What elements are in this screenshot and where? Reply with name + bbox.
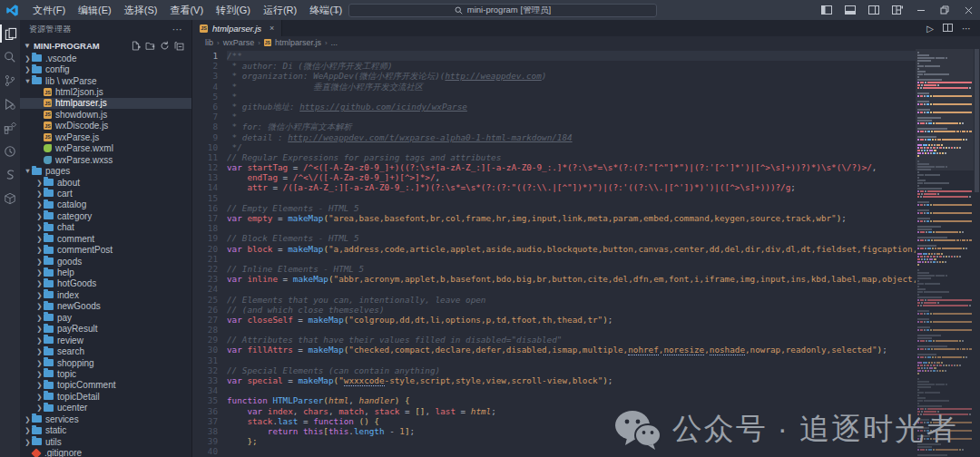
customize-layout-icon[interactable] — [886, 0, 909, 20]
line-number[interactable]: 36 — [192, 406, 218, 416]
code-line[interactable] — [227, 325, 916, 335]
line-number[interactable]: 30 — [192, 345, 218, 355]
code-line[interactable]: function HTMLParser(html, handler) { — [227, 395, 916, 405]
breadcrumb-item[interactable]: wxParse — [223, 38, 255, 47]
line-number[interactable]: 38 — [192, 426, 218, 436]
minimap[interactable] — [916, 49, 974, 457]
code-line[interactable]: */ — [227, 142, 916, 152]
code-line[interactable] — [227, 284, 916, 294]
line-number[interactable]: 34 — [192, 385, 218, 395]
tree-item-showdown.js[interactable]: JSshowdown.js — [20, 109, 191, 120]
package-icon[interactable] — [0, 187, 20, 210]
code-line[interactable]: * for: 微信小程序富文本解析 — [227, 122, 916, 131]
line-number[interactable]: 29 — [192, 335, 218, 345]
line-number[interactable]: 18 — [192, 223, 218, 233]
line-number[interactable]: 24 — [192, 284, 218, 294]
tree-item-config[interactable]: ❯config — [20, 63, 191, 74]
line-number[interactable]: 4 — [192, 82, 218, 92]
close-button[interactable] — [956, 0, 980, 20]
line-number[interactable]: 16 — [192, 203, 218, 213]
tree-item-catalog[interactable]: ❯catalog — [20, 199, 191, 210]
code-line[interactable]: * — [227, 112, 916, 122]
code-line[interactable]: * — [227, 92, 916, 102]
line-number[interactable]: 33 — [192, 375, 218, 385]
code-line[interactable]: var empty = makeMap("area,base,basefont,… — [227, 213, 916, 223]
explorer-icon[interactable] — [0, 22, 20, 45]
refresh-icon[interactable] — [160, 41, 170, 51]
tree-item-lib-wxparse[interactable]: ▼lib \ wxParse — [20, 75, 191, 86]
line-number[interactable]: 39 — [192, 436, 218, 446]
line-number[interactable]: 37 — [192, 416, 218, 426]
line-number[interactable]: 7 — [192, 112, 218, 122]
tree-item-search[interactable]: ❯search — [20, 345, 191, 356]
tree-item-wxparse.wxss[interactable]: wxParse.wxss — [20, 154, 191, 165]
tree-item-about[interactable]: ❯about — [20, 177, 191, 188]
new-folder-icon[interactable] — [145, 41, 155, 51]
code-line[interactable]: // Inline Elements - HTML 5 — [227, 264, 916, 274]
toggle-panel-icon[interactable] — [838, 0, 862, 20]
code-line[interactable]: // Block Elements - HTML 5 — [227, 233, 916, 243]
code-line[interactable] — [227, 223, 916, 233]
line-number[interactable]: 31 — [192, 355, 218, 365]
tree-item-comment[interactable]: ❯comment — [20, 233, 191, 244]
line-number[interactable]: 9 — [192, 132, 218, 142]
code-line[interactable]: // Regular Expressions for parsing tags … — [227, 152, 916, 162]
tree-item-help[interactable]: ❯help — [20, 267, 191, 277]
line-number[interactable]: 21 — [192, 254, 218, 264]
tree-item-category[interactable]: ❯category — [20, 210, 191, 221]
new-file-icon[interactable] — [131, 41, 141, 51]
tree-item-review[interactable]: ❯review — [20, 335, 191, 345]
tab-close-icon[interactable]: × — [270, 24, 274, 33]
tree-item-html2json.js[interactable]: JShtml2json.js — [20, 86, 191, 97]
tree-item-wxparse.js[interactable]: JSwxParse.js — [20, 131, 191, 142]
menu-e[interactable]: 编辑(E) — [72, 5, 118, 15]
line-number[interactable]: 35 — [192, 395, 218, 405]
tree-item-chat[interactable]: ❯chat — [20, 222, 191, 233]
tree-item-hotgoods[interactable]: ❯hotGoods — [20, 278, 191, 289]
code-line[interactable]: * github地址: https://github.com/icindy/wx… — [227, 102, 916, 112]
code-content[interactable]: /** * author: Di (微信小程序开发工程师) * organiza… — [227, 49, 916, 457]
menu-v[interactable]: 查看(V) — [163, 5, 210, 15]
line-number[interactable]: 11 — [192, 152, 218, 162]
line-number[interactable]: 22 — [192, 264, 218, 274]
tree-item-payresult[interactable]: ❯payResult — [20, 324, 191, 335]
code-line[interactable] — [227, 254, 916, 264]
vertical-scrollbar[interactable] — [974, 49, 980, 457]
extensions-icon[interactable] — [0, 116, 20, 140]
line-number[interactable]: 32 — [192, 365, 218, 375]
toggle-secondary-sidebar-icon[interactable] — [862, 0, 886, 20]
code-line[interactable]: var block = makeMap("a,address,code,arti… — [227, 244, 916, 254]
tree-item-cart[interactable]: ❯cart — [20, 188, 191, 199]
line-number[interactable]: 19 — [192, 233, 218, 243]
code-line[interactable]: * organization: WeAppDev(微信小程序开发论坛)(http… — [227, 71, 916, 81]
code-editor[interactable]: 1234567891011121314151617181920212223242… — [192, 49, 980, 457]
line-number[interactable]: 3 — [192, 71, 218, 81]
code-line[interactable] — [227, 193, 916, 203]
source-control-icon[interactable] — [0, 69, 20, 92]
code-line[interactable]: var inline = makeMap("abbr,acronym,apple… — [227, 274, 916, 284]
minimize-button[interactable] — [909, 0, 933, 20]
scrollbar-thumb[interactable] — [975, 49, 979, 192]
nav-back-icon[interactable]: ← — [309, 4, 323, 16]
line-number[interactable]: 25 — [192, 295, 218, 305]
line-number[interactable]: 12 — [192, 162, 218, 172]
line-number[interactable]: 26 — [192, 305, 218, 315]
menu-r[interactable]: 运行(R) — [257, 5, 303, 15]
tree-item-.vscode[interactable]: ❯.vscode — [20, 53, 191, 63]
tree-item-utils[interactable]: ❯utils — [20, 436, 191, 447]
collapse-all-icon[interactable] — [174, 41, 184, 51]
code-line[interactable]: // Special Elements (can contain anythin… — [227, 365, 916, 375]
line-number[interactable]: 2 — [192, 61, 218, 71]
line-number[interactable]: 8 — [192, 122, 218, 131]
tree-item-commentpost[interactable]: ❯commentPost — [20, 244, 191, 255]
tree-item-pay[interactable]: ❯pay — [20, 312, 191, 323]
explorer-more-icon[interactable]: ⋯ — [172, 24, 182, 35]
tree-item-index[interactable]: ❯index — [20, 289, 191, 300]
code-line[interactable] — [227, 385, 916, 395]
code-line[interactable]: var startTag = /^<([-A-Za-z0-9_]+)((?:\s… — [227, 162, 916, 172]
code-line[interactable]: // Elements that you can, intentionally,… — [227, 295, 916, 305]
code-line[interactable]: var fillAttrs = makeMap("checked,compact… — [227, 345, 916, 355]
line-number[interactable]: 10 — [192, 142, 218, 152]
breadcrumb-item[interactable]: ... — [331, 38, 338, 47]
menu-g[interactable]: 转到(G) — [210, 5, 257, 15]
